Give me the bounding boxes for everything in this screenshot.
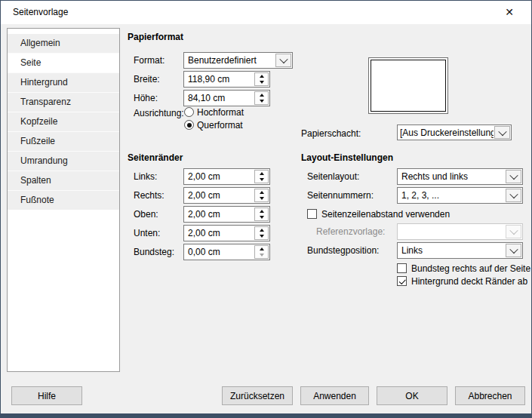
margin-right-spinner: [254, 189, 269, 202]
page-numbers-combobox[interactable]: 1, 2, 3, ...: [397, 187, 523, 204]
margins-heading: Seitenränder: [128, 152, 183, 164]
sidebar-item-allgemein[interactable]: Allgemein: [8, 34, 119, 53]
gutter-field[interactable]: 0,00 cm: [183, 244, 270, 260]
portrait-label[interactable]: Hochformat: [197, 106, 244, 118]
gutter-position-label: Bundstegposition:: [307, 244, 379, 257]
gutter-right-label[interactable]: Bundsteg rechts auf der Seite: [411, 263, 530, 275]
margin-left-spinner: [254, 170, 269, 183]
spin-up-icon[interactable]: [255, 227, 268, 233]
chevron-down-icon[interactable]: [494, 126, 510, 139]
page-layout-value: Rechts und links: [398, 169, 505, 184]
portrait-radio[interactable]: [184, 107, 194, 117]
margin-bottom-spinner: [254, 226, 269, 240]
spin-down-icon[interactable]: [255, 177, 268, 183]
sidebar-item-seite[interactable]: Seite: [8, 53, 119, 72]
background-covers-label[interactable]: Hintergrund deckt Ränder ab: [411, 275, 527, 287]
paper-tray-label: Papierschacht:: [301, 128, 361, 140]
help-button[interactable]: Hilfe: [11, 386, 82, 405]
gutter-label: Bundsteg:: [134, 246, 174, 258]
margin-top-label: Oben:: [134, 208, 158, 220]
paper-tray-combobox[interactable]: [Aus Druckereinstellung]: [397, 124, 512, 140]
titlebar: Seitenvorlage ✕: [1, 1, 531, 24]
landscape-label[interactable]: Querformat: [197, 119, 243, 131]
page-numbers-value: 1, 2, 3, ...: [398, 188, 505, 203]
height-field[interactable]: 84,10 cm: [183, 90, 270, 106]
ok-button[interactable]: OK: [377, 386, 447, 405]
sidebar-item-transparenz[interactable]: Transparenz: [8, 92, 119, 112]
page-layout-combobox[interactable]: Rechts und links: [397, 168, 523, 185]
spin-up-icon[interactable]: [255, 208, 268, 214]
orientation-label: Ausrichtung:: [134, 107, 184, 119]
margin-top-spinner: [254, 207, 269, 221]
paper-tray-value: [Aus Druckereinstellung]: [398, 125, 494, 140]
height-spinner: [254, 91, 269, 105]
page-preview-sheet: [371, 60, 446, 112]
sidebar-item-fusszeile[interactable]: Fußzeile: [8, 131, 119, 151]
landscape-radio[interactable]: [184, 120, 194, 130]
spin-down-icon[interactable]: [255, 195, 268, 201]
sidebar-item-fussnote[interactable]: Fußnote: [8, 190, 119, 210]
gutter-position-value: Links: [398, 243, 505, 258]
spin-down-icon[interactable]: [255, 233, 268, 239]
spin-down-icon[interactable]: [255, 252, 268, 258]
apply-button[interactable]: Anwenden: [300, 386, 369, 405]
format-label: Format:: [134, 54, 165, 66]
spin-down-icon[interactable]: [255, 79, 268, 85]
margin-bottom-value[interactable]: 2,00 cm: [184, 226, 254, 241]
spin-up-icon[interactable]: [255, 246, 268, 252]
width-label: Breite:: [134, 73, 160, 85]
page-preview: [368, 57, 448, 114]
layout-settings-heading: Layout-Einstellungen: [301, 152, 393, 164]
margin-top-value[interactable]: 2,00 cm: [184, 207, 254, 222]
gutter-position-combobox[interactable]: Links: [397, 242, 523, 259]
spin-down-icon[interactable]: [255, 98, 268, 104]
sidebar-item-spalten[interactable]: Spalten: [8, 171, 119, 190]
reference-style-label: Referenzvorlage:: [316, 226, 385, 238]
reference-style-combobox: [397, 223, 523, 240]
margin-bottom-label: Unten:: [134, 227, 160, 239]
margin-left-value[interactable]: 2,00 cm: [184, 169, 254, 184]
page-style-dialog: Seitenvorlage ✕ Allgemein Seite Hintergr…: [0, 0, 532, 414]
gutter-right-checkbox[interactable]: [397, 263, 407, 273]
reset-button[interactable]: Zurücksetzen: [222, 386, 293, 405]
margin-right-label: Rechts:: [134, 189, 165, 201]
chevron-down-icon[interactable]: [275, 54, 291, 67]
page-numbers-label: Seitennummern:: [307, 189, 374, 201]
chevron-down-icon[interactable]: [506, 170, 521, 183]
page-layout-label: Seitenlayout:: [307, 171, 359, 183]
height-value[interactable]: 84,10 cm: [184, 91, 254, 106]
spin-up-icon[interactable]: [255, 189, 268, 195]
spin-up-icon[interactable]: [255, 92, 268, 98]
category-list: Allgemein Seite Hintergrund Transparenz …: [7, 28, 120, 372]
sidebar-item-kopfzeile[interactable]: Kopfzeile: [8, 112, 119, 131]
close-icon[interactable]: ✕: [494, 1, 525, 23]
width-value[interactable]: 118,90 cm: [184, 72, 254, 87]
margin-bottom-field[interactable]: 2,00 cm: [183, 225, 270, 241]
margin-top-field[interactable]: 2,00 cm: [183, 206, 270, 223]
margin-left-label: Links:: [134, 171, 157, 183]
spin-up-icon[interactable]: [255, 73, 268, 79]
spin-up-icon[interactable]: [255, 171, 268, 177]
background-covers-checkbox[interactable]: [397, 276, 407, 286]
chevron-down-icon[interactable]: [506, 189, 521, 202]
width-field[interactable]: 118,90 cm: [183, 71, 270, 88]
dialog-title: Seitenvorlage: [13, 7, 68, 17]
margin-left-field[interactable]: 2,00 cm: [183, 168, 270, 185]
reference-style-value: [398, 224, 505, 239]
format-combobox[interactable]: Benutzerdefiniert: [183, 52, 293, 69]
gutter-value[interactable]: 0,00 cm: [184, 244, 254, 260]
width-spinner: [254, 72, 269, 86]
spin-down-icon[interactable]: [255, 214, 268, 220]
cancel-button[interactable]: Abbrechen: [455, 386, 525, 405]
sidebar-item-hintergrund[interactable]: Hintergrund: [8, 72, 119, 92]
screen-background: Seitenvorlage ✕ Allgemein Seite Hintergr…: [0, 0, 532, 418]
register-true-label[interactable]: Seitenzeilenabstand verwenden: [321, 208, 450, 220]
register-true-checkbox[interactable]: [307, 209, 317, 219]
margin-right-value[interactable]: 2,00 cm: [184, 188, 254, 203]
format-value: Benutzerdefiniert: [184, 53, 275, 68]
height-label: Höhe:: [134, 92, 158, 104]
chevron-down-icon[interactable]: [506, 244, 521, 257]
chevron-down-icon: [506, 225, 521, 238]
margin-right-field[interactable]: 2,00 cm: [183, 187, 270, 204]
sidebar-item-umrandung[interactable]: Umrandung: [8, 151, 119, 171]
